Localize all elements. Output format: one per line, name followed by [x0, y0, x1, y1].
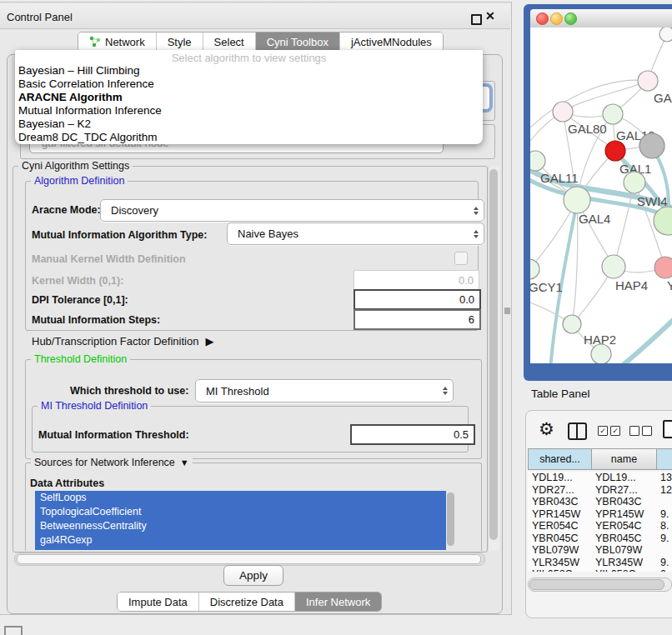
tab-cyni-toolbox[interactable]: Cyni Toolbox: [256, 32, 340, 51]
network-node[interactable]: [563, 315, 581, 333]
control-panel-window: Control Panel ✕: [0, 2, 512, 615]
attribute-item[interactable]: BetweennessCentrality: [35, 519, 455, 533]
node-label: GAL4: [579, 212, 610, 226]
table-row[interactable]: YDL19...YDL19...13: [528, 472, 672, 484]
settings-vscrollbar-thumb[interactable]: [489, 169, 498, 540]
algorithm-option[interactable]: Bayesian – Hill Climbing: [18, 64, 477, 78]
algorithm-option[interactable]: Dream8 DC_TDC Algorithm: [18, 131, 477, 144]
table-cell: 0.: [657, 568, 672, 572]
mac-zoom-icon[interactable]: [564, 12, 577, 25]
table-row[interactable]: YDR27...YDR27...12: [528, 484, 672, 497]
data-attributes-list[interactable]: SelfLoops TopologicalCoefficient Between…: [35, 491, 455, 550]
select-all-columns-icon[interactable]: ✓ ✓: [598, 426, 620, 436]
network-node[interactable]: [602, 255, 625, 278]
deselect-all-columns-icon[interactable]: [629, 426, 652, 436]
network-node[interactable]: [638, 71, 658, 91]
table-cell: YBL079W: [592, 544, 657, 556]
network-node[interactable]: [639, 133, 664, 158]
collapsed-panel-button[interactable]: [4, 626, 23, 635]
float-window-icon[interactable]: [471, 14, 482, 25]
table-cell: 9.: [657, 508, 672, 520]
table-cell: YLR345W: [592, 557, 657, 568]
table-cell: YIL052C: [528, 568, 592, 572]
bottom-tab-bar: Impute Data Discretize Data Infer Networ…: [117, 592, 382, 612]
mac-close-icon[interactable]: [536, 12, 549, 25]
splitter-grip[interactable]: [504, 308, 510, 314]
apply-button[interactable]: Apply: [223, 565, 283, 586]
table-cell: YBR043C: [592, 496, 657, 508]
network-node[interactable]: [605, 141, 625, 161]
algorithm-option[interactable]: ARACNE Algorithm: [18, 91, 477, 104]
network-window-titlebar[interactable]: [530, 9, 672, 28]
which-threshold-combo[interactable]: MI Threshold: [195, 379, 454, 402]
hub-definition-disclosure[interactable]: Hub/Transcription Factor Definition ▶: [32, 335, 213, 348]
network-node[interactable]: [564, 187, 590, 213]
tab-discretize-data[interactable]: Discretize Data: [199, 592, 295, 611]
network-node[interactable]: [624, 172, 645, 193]
tab-jactivemnodules[interactable]: jActiveMNodules: [340, 32, 443, 51]
screen: Control Panel ✕: [0, 0, 672, 635]
gear-icon[interactable]: ⚙: [539, 419, 554, 439]
algorithm-option[interactable]: Mutual Information Inference: [18, 104, 477, 118]
aracne-mode-label: Aracne Mode:: [32, 204, 101, 216]
data-attributes-label: Data Attributes: [30, 478, 104, 489]
aracne-mode-combo[interactable]: Discovery: [100, 199, 484, 222]
mi-steps-field[interactable]: 6: [354, 309, 481, 330]
network-node[interactable]: [591, 344, 611, 363]
mi-type-combo[interactable]: Naive Bayes: [227, 222, 484, 245]
table-row[interactable]: YPR145WYPR145W9.: [528, 508, 672, 521]
table-cell: YBR045C: [592, 532, 657, 544]
table-cell: 9.: [657, 532, 672, 544]
node-table[interactable]: YDL19...YDL19...13YDR27...YDR27...12YBR0…: [528, 472, 672, 572]
node-label: GAL11: [540, 171, 579, 185]
network-canvas[interactable]: GALGAL80GAL10GAL1GAL11SWI4GAL4GCY1HAP4YH…: [530, 28, 672, 363]
control-panel-tab-bar: Network Style Select Cyni Toolbox jActiv…: [78, 32, 444, 52]
attribute-item[interactable]: SelfLoops: [35, 491, 455, 505]
tab-network[interactable]: Network: [78, 32, 157, 51]
close-icon[interactable]: ✕: [485, 9, 495, 22]
table-row[interactable]: YLR345WYLR345W9.: [528, 557, 672, 569]
mi-threshold-label: Mutual Information Threshold:: [38, 429, 189, 441]
new-table-icon[interactable]: [663, 420, 672, 438]
table-cell: YDL19...: [592, 472, 657, 483]
attribute-item[interactable]: [35, 548, 455, 550]
column-header-shared[interactable]: shared...: [528, 448, 592, 470]
split-columns-icon[interactable]: [568, 422, 587, 440]
table-row[interactable]: YBL079WYBL079W: [528, 544, 672, 557]
algorithm-option[interactable]: Bayesian – K2: [18, 118, 477, 131]
tab-style[interactable]: Style: [157, 32, 203, 51]
tab-select[interactable]: Select: [203, 32, 256, 51]
sources-group-title[interactable]: Sources for Network Inference ▼: [31, 457, 193, 468]
column-header-partial[interactable]: [656, 448, 672, 470]
settings-hscrollbar-thumb[interactable]: [17, 554, 481, 564]
attributes-scrollbar-thumb[interactable]: [447, 492, 454, 546]
table-hscrollbar-thumb[interactable]: [529, 579, 664, 590]
attribute-item[interactable]: TopologicalCoefficient: [35, 505, 455, 519]
table-row[interactable]: YIL052CYIL052C0.: [528, 568, 672, 572]
kernel-width-label: Kernel Width (0,1):: [32, 275, 123, 287]
manual-kernel-checkbox[interactable]: [454, 252, 468, 265]
table-row[interactable]: YER054CYER054C8.: [528, 520, 672, 532]
network-node[interactable]: [603, 104, 623, 124]
table-row[interactable]: YBR043CYBR043C: [528, 496, 672, 508]
attribute-item[interactable]: gal4RGexp: [35, 533, 455, 548]
column-header-name[interactable]: name: [591, 448, 657, 470]
table-cell: YPR145W: [528, 508, 592, 520]
mi-threshold-group-title: MI Threshold Definition: [38, 400, 151, 412]
combo-spinner-icon: [474, 230, 479, 238]
network-node[interactable]: [553, 102, 573, 122]
network-node[interactable]: [654, 257, 672, 278]
dpi-tolerance-field[interactable]: 0.0: [354, 289, 481, 310]
tab-infer-network[interactable]: Infer Network: [295, 592, 381, 611]
network-node[interactable]: [659, 28, 672, 42]
table-row[interactable]: YBR045CYBR045C9.: [528, 532, 672, 545]
table-cell: 8.: [657, 520, 672, 532]
network-node[interactable]: [530, 151, 545, 171]
network-node[interactable]: [530, 259, 539, 279]
unchecked-box-icon: [642, 426, 652, 436]
mi-threshold-field[interactable]: 0.5: [350, 424, 475, 445]
dropdown-placeholder: Select algorithm to view settings: [15, 52, 483, 64]
algorithm-option[interactable]: Basic Correlation Inference: [18, 78, 477, 91]
mac-minimize-icon[interactable]: [550, 12, 563, 25]
tab-impute-data[interactable]: Impute Data: [118, 592, 199, 611]
